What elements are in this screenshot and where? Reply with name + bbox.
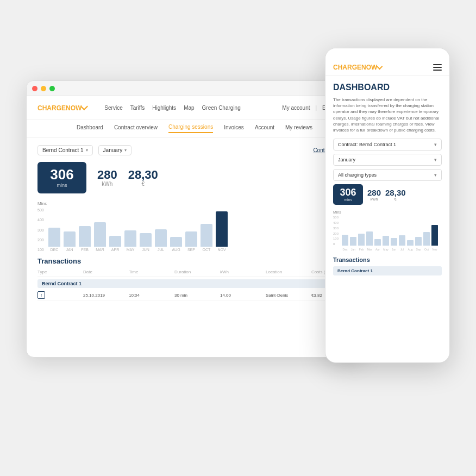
mobile-group-row: Bernd Contract 1 — [333, 266, 442, 275]
mobile-bar-month-label: Dec — [342, 248, 348, 251]
hamburger-icon — [433, 70, 442, 71]
tab-my-reviews[interactable]: My reviews — [285, 124, 312, 133]
tab-account[interactable]: Account — [255, 124, 274, 133]
bar-month-label: MAR — [96, 248, 104, 252]
nav-map[interactable]: Map — [184, 105, 194, 111]
mobile-chart-bar — [415, 237, 422, 246]
mobile-bar-month-label: Nov — [431, 248, 438, 251]
mobile-bar-month-label: May — [383, 248, 389, 251]
mobile-chart-bar — [342, 235, 348, 246]
nav-highlights[interactable]: Highlights — [152, 105, 176, 111]
stat-cost: 28,30 € — [128, 169, 158, 187]
desktop-main-content: Bernd Contract 1 ▾ January ▾ Contact sup… — [27, 137, 362, 309]
transactions-title: Transactions — [37, 257, 352, 265]
chevron-down-icon: ▾ — [434, 172, 437, 178]
hamburger-menu[interactable] — [433, 64, 442, 71]
mobile-charging-type-filter[interactable]: All charging types ▾ — [333, 169, 442, 181]
table-header: Type Date Time Duration kWh Location Cos… — [37, 270, 352, 277]
contract-filter[interactable]: Bernd Contract 1 ▾ — [37, 145, 93, 155]
bar-month-label: SEP — [187, 248, 195, 252]
chart-y-axis: 500 400 300 200 100 — [37, 208, 44, 252]
mobile-bar-month-label: Jul — [399, 248, 405, 251]
mobile-chart-bar — [407, 240, 414, 246]
mobile-bar-month-label: Sep — [415, 248, 422, 251]
chart-bar — [124, 230, 136, 247]
bar-month-label: NOV — [217, 248, 226, 252]
mobile-bar-month-label: Jun — [391, 248, 397, 251]
nav-service[interactable]: Service — [104, 105, 122, 111]
nav-my-account[interactable]: My account — [282, 105, 310, 111]
mobile-month-filter[interactable]: January ▾ — [333, 154, 442, 166]
mobile-chart-bar — [358, 234, 365, 246]
tab-invoices[interactable]: Invoices — [224, 124, 244, 133]
desktop-sub-nav: Dashboard Contract overview Charging ses… — [27, 120, 362, 137]
chart-bar-group: JUL — [155, 229, 167, 252]
mobile-description: The transactions displayed are dependent… — [333, 97, 442, 133]
mobile-stats-row: 306 mins 280 kWh 28,30 € — [333, 184, 442, 205]
close-dot — [32, 86, 37, 91]
filter-row: Bernd Contract 1 ▾ January ▾ Contact sup… — [37, 145, 352, 155]
chart-bar-group: OCT — [201, 224, 212, 252]
mobile-status-bar — [325, 48, 449, 59]
mobile-chart-bar — [374, 239, 381, 246]
desktop-logo: CHARGENOW — [37, 104, 88, 112]
nav-tariffs[interactable]: Tariffs — [130, 105, 145, 111]
chevron-down-icon: ▾ — [434, 157, 437, 162]
chart-bar — [201, 224, 212, 247]
expand-dot — [49, 86, 55, 91]
chart-bar-group: AUG — [170, 237, 182, 252]
mobile-mockup: CHARGENOW DASHBOARD The transactions dis… — [325, 48, 450, 363]
mobile-chart-bar — [399, 235, 405, 246]
mobile-bar-month-label: Mar — [366, 248, 373, 251]
chart-bar — [79, 226, 91, 247]
month-filter[interactable]: January ▾ — [98, 145, 132, 155]
mobile-bar-month-label: Apr — [374, 248, 381, 251]
chart-bar-group: FEB — [79, 226, 91, 252]
main-nav-links: Service Tariffs Highlights Map Green Cha… — [104, 105, 240, 111]
mobile-chart-bar — [366, 231, 373, 246]
chart-bar-group: APR — [109, 236, 121, 252]
stats-row: 306 mins 280 kWh 28,30 € — [37, 162, 352, 193]
chart-bar-group: MAR — [94, 222, 106, 252]
chevron-down-icon: ▾ — [86, 148, 88, 153]
desktop-titlebar — [27, 81, 362, 96]
tab-contract-overview[interactable]: Contract overview — [114, 124, 158, 133]
stat-kwh: 280 kWh — [97, 169, 117, 187]
chevron-down-icon: ▾ — [124, 148, 127, 153]
mobile-chart-bar — [423, 232, 430, 246]
chart-bar-group: JAN — [64, 231, 76, 252]
bar-month-label: AUG — [172, 248, 180, 252]
mobile-chart-bar — [391, 238, 397, 246]
mobile-bar-months: DecJanFebMarAprMayJunJulAugSepOctNov — [333, 248, 442, 251]
nav-green-charging[interactable]: Green Charging — [202, 105, 241, 111]
tab-dashboard[interactable]: Dashboard — [77, 124, 103, 133]
chart-bar-group: DEC — [48, 228, 60, 252]
table-group-row: Bernd Contract 1 — [37, 279, 352, 288]
chart-bar — [170, 237, 182, 247]
mobile-bar-month-label: Feb — [358, 248, 365, 251]
chart-bar — [64, 231, 76, 247]
hamburger-icon — [433, 64, 442, 65]
chart-bar — [155, 229, 167, 247]
chart-bar — [216, 211, 228, 247]
chart-bar — [109, 236, 121, 247]
chart-bar — [185, 231, 197, 247]
desktop-main-nav: CHARGENOW Service Tariffs Highlights Map… — [27, 96, 362, 120]
bar-month-label: APR — [111, 248, 119, 252]
chart-area: Mins 500 400 300 200 100 DECJANFEBMARAPR… — [37, 201, 352, 252]
chart-bar-group: NOV — [216, 211, 228, 252]
tab-charging-sessions[interactable]: Charging sessions — [168, 124, 213, 133]
bar-month-label: MAY — [127, 248, 135, 252]
mobile-bar-month-label: Aug — [407, 248, 414, 251]
mobile-stat-mins: 306 mins — [333, 184, 363, 205]
chart-bar-group: MAY — [124, 230, 136, 252]
chevron-down-icon: ▾ — [434, 142, 437, 147]
mobile-chart-bar — [350, 237, 356, 246]
table-row[interactable]: ↑ 25.10.2019 10:04 30 min 14.00 Saint-De… — [37, 290, 352, 301]
row-type-icon: ↑ — [37, 291, 45, 299]
mobile-contract-filter[interactable]: Contract: Bernd Contract 1 ▾ — [333, 139, 442, 151]
mobile-stat-cost: 28,30 € — [385, 188, 406, 201]
mobile-chart-y-label: Mins — [333, 210, 442, 214]
mobile-stat-kwh: 280 kWh — [367, 188, 381, 201]
mobile-chart-bar — [383, 236, 389, 246]
